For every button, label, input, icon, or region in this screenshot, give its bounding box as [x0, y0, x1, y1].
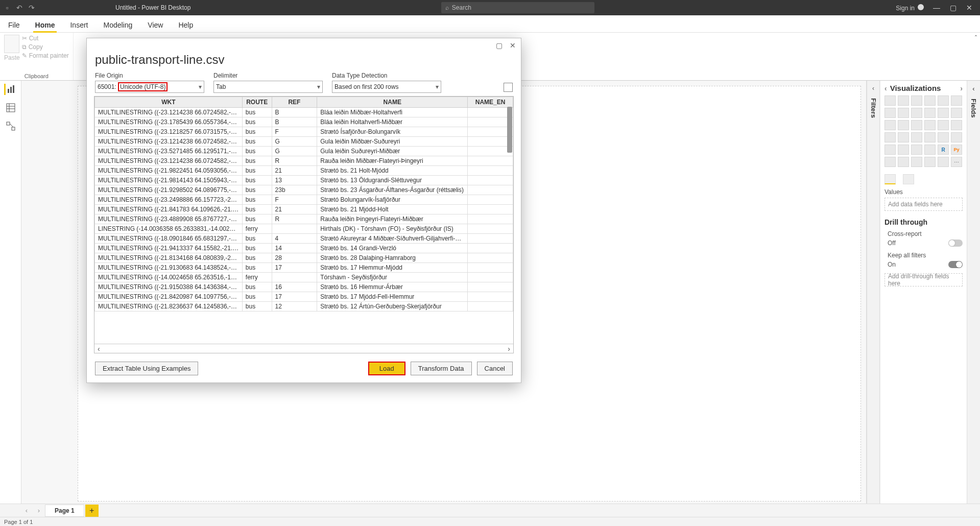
cell-route: bus [242, 185, 272, 195]
chevron-down-icon: ▾ [436, 83, 439, 90]
cell-wkt: MULTILINESTRING ((-21.9413337 64.15582,-… [95, 244, 243, 253]
preview-table[interactable]: WKT ROUTE REF NAME NAME_EN MULTILINESTRI… [94, 97, 513, 312]
table-row[interactable]: MULTILINESTRING ((-23.1218257 66.0731575… [95, 127, 513, 137]
load-button[interactable]: Load [368, 362, 405, 375]
table-row[interactable]: MULTILINESTRING ((-21.8134168 64.080839,… [95, 253, 513, 263]
table-row[interactable]: MULTILINESTRING ((-23.1214238 66.0724582… [95, 156, 513, 166]
cell-wkt: MULTILINESTRING ((-21.9822451 64.0593056… [95, 166, 243, 176]
cell-route: bus [242, 147, 272, 156]
cell-name_en [468, 234, 513, 244]
cell-wkt: MULTILINESTRING ((-18.0901846 65.6831297… [95, 234, 243, 244]
table-row[interactable]: MULTILINESTRING ((-21.9814143 64.1505943… [95, 176, 513, 185]
table-row[interactable]: MULTILINESTRING ((-23.1785439 66.0557364… [95, 117, 513, 127]
table-row[interactable]: MULTILINESTRING ((-23.5271485 66.1295171… [95, 147, 513, 156]
cell-route: bus [242, 253, 272, 263]
col-route[interactable]: ROUTE [242, 97, 272, 108]
cell-name_en [468, 292, 513, 302]
cell-route: ferry [242, 224, 272, 234]
table-row[interactable]: MULTILINESTRING ((-21.9413337 64.15582,-… [95, 244, 513, 253]
table-row[interactable]: MULTILINESTRING ((-21.9130683 64.1438524… [95, 263, 513, 273]
col-wkt[interactable]: WKT [95, 97, 243, 108]
cell-ref: 12 [272, 302, 317, 312]
file-origin-select[interactable]: 65001: Unicode (UTF-8) ▾ [95, 81, 204, 93]
cell-wkt: MULTILINESTRING ((-23.2498886 66.157723,… [95, 195, 243, 205]
cell-name: Strætó bs. 28 Dalaþing-Hamraborg [317, 253, 468, 263]
preview-grid: WKT ROUTE REF NAME NAME_EN MULTILINESTRI… [94, 96, 514, 353]
table-row[interactable]: MULTILINESTRING ((-21.9822451 64.0593056… [95, 166, 513, 176]
chevron-down-icon: ▾ [199, 83, 202, 90]
cell-name: Strætó bs. 21 Mjódd-Holt [317, 205, 468, 214]
cell-route: bus [242, 166, 272, 176]
table-row[interactable]: MULTILINESTRING ((-14.0024658 65.263516,… [95, 273, 513, 282]
dialog-maximize-icon[interactable]: ▢ [496, 41, 503, 50]
cell-ref: 21 [272, 166, 317, 176]
cell-name: Strætó bs. 16 Hlemmur-Árbær [317, 282, 468, 292]
vertical-scrollbar[interactable] [507, 107, 512, 153]
cell-ref: 14 [272, 244, 317, 253]
cell-wkt: MULTILINESTRING ((-21.9814143 64.1505943… [95, 176, 243, 185]
scroll-right-icon[interactable]: › [508, 345, 510, 353]
table-row[interactable]: MULTILINESTRING ((-23.4889908 65.8767727… [95, 214, 513, 224]
chevron-down-icon: ▾ [317, 83, 320, 90]
cell-name_en [468, 244, 513, 253]
cell-name: Hirthals (DK) - Tórshavn (FO) - Seyðisfj… [317, 224, 468, 234]
cell-wkt: MULTILINESTRING ((-21.8236637 64.1245836… [95, 302, 243, 312]
cell-wkt: MULTILINESTRING ((-23.1785439 66.0557364… [95, 117, 243, 127]
cell-ref: 17 [272, 263, 317, 273]
table-row[interactable]: MULTILINESTRING ((-21.8236637 64.1245836… [95, 302, 513, 312]
cell-name_en [468, 214, 513, 224]
table-row[interactable]: MULTILINESTRING ((-21.8420987 64.1097756… [95, 292, 513, 302]
cell-route: bus [242, 244, 272, 253]
cell-name: Strætó bs. 12 Ártún-Gerðuberg-Skerjafjör… [317, 302, 468, 312]
cell-name: Gula leiðin Miðbær-Suðureyri [317, 137, 468, 147]
detection-label: Data Type Detection [332, 72, 441, 79]
dialog-backdrop: ▢ ✕ public-transport-line.csv File Origi… [0, 0, 980, 526]
table-row[interactable]: MULTILINESTRING ((-21.9298502 64.0896775… [95, 185, 513, 195]
table-row[interactable]: MULTILINESTRING ((-23.2498886 66.157723,… [95, 195, 513, 205]
extract-table-button[interactable]: Extract Table Using Examples [95, 362, 198, 375]
cell-name: Tórshavn - Seyðisfjörður [317, 273, 468, 282]
table-row[interactable]: MULTILINESTRING ((-23.1214238 66.0724582… [95, 108, 513, 117]
cell-route: bus [242, 214, 272, 224]
cell-wkt: MULTILINESTRING ((-21.9298502 64.0896775… [95, 185, 243, 195]
cell-route: bus [242, 234, 272, 244]
cell-ref: 28 [272, 253, 317, 263]
table-row[interactable]: MULTILINESTRING ((-21.9150388 64.1436384… [95, 282, 513, 292]
table-row[interactable]: MULTILINESTRING ((-21.841783 64.109626,-… [95, 205, 513, 214]
csv-preview-dialog: ▢ ✕ public-transport-line.csv File Origi… [86, 38, 521, 383]
cell-ref: 21 [272, 205, 317, 214]
cell-wkt: LINESTRING (-14.0036358 65.2633831,-14.0… [95, 224, 243, 234]
cell-name_en [468, 253, 513, 263]
cell-ref: 4 [272, 234, 317, 244]
refresh-preview-icon[interactable] [504, 83, 513, 92]
table-row[interactable]: MULTILINESTRING ((-23.1214238 66.0724582… [95, 137, 513, 147]
table-row[interactable]: LINESTRING (-14.0036358 65.2633831,-14.0… [95, 224, 513, 234]
cell-name: Strætó Ísafjörður-Bolungarvík [317, 127, 468, 137]
detection-select[interactable]: Based on first 200 rows ▾ [332, 81, 441, 93]
cell-route: bus [242, 176, 272, 185]
cell-route: bus [242, 137, 272, 147]
delimiter-select[interactable]: Tab ▾ [213, 81, 323, 93]
transform-data-button[interactable]: Transform Data [411, 362, 472, 375]
cell-name: Strætó bs. 17 Mjódd-Fell-Hlemmur [317, 292, 468, 302]
col-name[interactable]: NAME [317, 97, 468, 108]
cell-name_en [468, 273, 513, 282]
cell-name: Rauða leiðin Miðbær-Flateyri-Þingeyri [317, 156, 468, 166]
cell-name: Bláa leiðin Miðbær-Holtahverfi [317, 108, 468, 117]
cell-wkt: MULTILINESTRING ((-23.5271485 66.1295171… [95, 147, 243, 156]
cell-name: Strætó bs. 14 Grandi-Verzló [317, 244, 468, 253]
dialog-close-icon[interactable]: ✕ [510, 41, 516, 50]
cell-name_en [468, 166, 513, 176]
scroll-left-icon[interactable]: ‹ [98, 345, 100, 353]
delimiter-label: Delimiter [213, 72, 323, 79]
cell-wkt: MULTILINESTRING ((-23.1214238 66.0724582… [95, 108, 243, 117]
table-row[interactable]: MULTILINESTRING ((-18.0901846 65.6831297… [95, 234, 513, 244]
cancel-button[interactable]: Cancel [477, 362, 513, 375]
cell-wkt: MULTILINESTRING ((-21.8420987 64.1097756… [95, 292, 243, 302]
col-ref[interactable]: REF [272, 97, 317, 108]
cell-ref: B [272, 117, 317, 127]
cell-wkt: MULTILINESTRING ((-14.0024658 65.263516,… [95, 273, 243, 282]
cell-wkt: MULTILINESTRING ((-21.9150388 64.1436384… [95, 282, 243, 292]
cell-ref: F [272, 195, 317, 205]
col-name-en[interactable]: NAME_EN [468, 97, 513, 108]
